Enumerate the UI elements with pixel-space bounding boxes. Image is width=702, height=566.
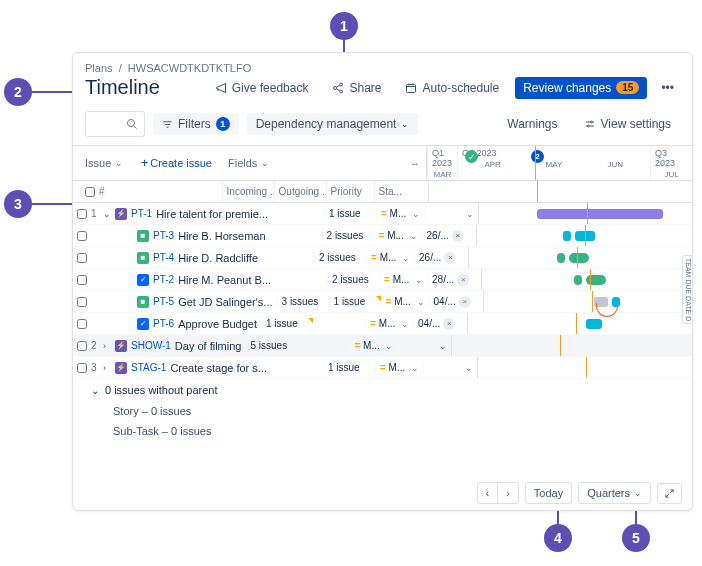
cell-incoming[interactable]: 3 issues (277, 296, 329, 307)
timeline-lane[interactable] (484, 291, 692, 312)
col-start[interactable]: Sta... (374, 181, 428, 202)
gantt-bar[interactable] (537, 209, 663, 219)
gantt-bar[interactable] (569, 253, 589, 263)
gantt-bar[interactable] (586, 275, 606, 285)
issue-key-link[interactable]: PT-4 (153, 252, 174, 263)
select-all-checkbox[interactable] (85, 187, 95, 197)
col-incoming[interactable]: Incoming ... (222, 181, 274, 202)
fields-header[interactable]: Fields (228, 157, 257, 169)
cell-start[interactable]: ⌄ (424, 209, 478, 219)
issue-key-link[interactable]: PT-1 (131, 208, 152, 219)
collapse-fields-icon[interactable]: ↔ (410, 158, 426, 169)
cell-start[interactable]: 04/...× (413, 318, 467, 330)
cell-start[interactable]: 26/...× (414, 252, 468, 264)
cell-start[interactable]: ⌄ (423, 363, 477, 373)
row-checkbox[interactable] (77, 341, 87, 351)
cell-start[interactable]: 04/...× (429, 296, 483, 308)
gantt-bar[interactable] (563, 231, 571, 241)
row-checkbox[interactable] (77, 231, 87, 241)
issue-row[interactable]: 2›⚡SHOW-1Day of filming5 issues= M...⌄⌄ (73, 335, 692, 357)
issue-row[interactable]: 3›⚡STAG-1Create stage for s...1 issue= M… (73, 357, 692, 379)
cell-start[interactable]: 28/...× (427, 274, 481, 286)
scale-selector[interactable]: Quarters ⌄ (578, 482, 651, 504)
issue-row[interactable]: ■PT-3Hire B. Horseman2 issues= M...⌄26/.… (73, 225, 692, 247)
cell-priority[interactable]: = M...⌄ (381, 296, 429, 307)
issues-without-parent-header[interactable]: ⌄ 0 issues without parent (73, 379, 692, 401)
cell-start[interactable]: 26/...× (422, 230, 476, 242)
row-checkbox[interactable] (77, 363, 87, 373)
auto-schedule-button[interactable]: Auto-schedule (397, 77, 507, 99)
nav-prev-button[interactable]: ‹ (478, 483, 499, 503)
more-actions-button[interactable]: ••• (655, 77, 680, 99)
timeline-lane[interactable] (479, 203, 692, 224)
row-checkbox[interactable] (77, 319, 87, 329)
issue-key-link[interactable]: SHOW-1 (131, 340, 171, 351)
timeline-lane[interactable] (477, 225, 692, 246)
gantt-bar[interactable] (574, 275, 582, 285)
release-marker-may[interactable]: 2 (531, 150, 544, 163)
cell-outgoing[interactable]: 1 issue (323, 362, 375, 373)
give-feedback-button[interactable]: Give feedback (207, 77, 317, 99)
col-outgoing[interactable]: Outgoing ... (274, 181, 326, 202)
row-checkbox[interactable] (77, 297, 87, 307)
expand-toggle[interactable]: › (103, 341, 115, 351)
create-issue-button[interactable]: +Create issue (141, 157, 220, 169)
issue-key-link[interactable]: PT-6 (153, 318, 174, 329)
breadcrumb-plans-link[interactable]: Plans (85, 62, 113, 74)
expand-toggle[interactable]: ⌄ (103, 209, 115, 219)
cell-priority[interactable]: = M...⌄ (374, 230, 422, 241)
dependency-management-button[interactable]: Dependency management ⌄ (247, 113, 419, 135)
cell-start[interactable]: ⌄ (397, 341, 451, 351)
view-settings-button[interactable]: View settings (575, 113, 680, 135)
row-checkbox[interactable] (77, 209, 87, 219)
timeline-lane[interactable] (482, 269, 692, 290)
cell-outgoing[interactable]: 2 issues (322, 230, 374, 241)
search-input[interactable] (85, 111, 145, 137)
cell-priority[interactable]: = M...⌄ (376, 208, 424, 219)
cell-priority[interactable]: = M...⌄ (366, 252, 414, 263)
nav-next-button[interactable]: › (498, 483, 518, 503)
gantt-bar[interactable] (586, 319, 602, 329)
gantt-bar[interactable] (557, 253, 565, 263)
share-button[interactable]: Share (324, 77, 389, 99)
cell-outgoing[interactable]: 1 issue (329, 296, 381, 307)
cell-priority[interactable]: = M...⌄ (375, 362, 423, 373)
clear-icon[interactable]: × (452, 230, 464, 242)
clear-icon[interactable]: × (444, 252, 456, 264)
cell-priority[interactable]: = M...⌄ (365, 318, 413, 329)
filters-button[interactable]: Filters 1 (153, 113, 239, 135)
timeline-lane[interactable] (468, 313, 692, 334)
col-priority[interactable]: Priority (326, 181, 374, 202)
issue-row[interactable]: ■PT-4Hire D. Radcliffe2 issues= M...⌄26/… (73, 247, 692, 269)
issue-key-link[interactable]: STAG-1 (131, 362, 166, 373)
cell-priority[interactable]: = M...⌄ (349, 340, 397, 351)
expand-toggle[interactable]: › (103, 363, 115, 373)
cell-priority[interactable]: = M...⌄ (379, 274, 427, 285)
issue-column-header[interactable]: Issue (85, 157, 111, 169)
review-changes-button[interactable]: Review changes 15 (515, 77, 647, 99)
cell-incoming[interactable]: 1 issue (261, 318, 313, 329)
today-button[interactable]: Today (525, 482, 572, 504)
fullscreen-button[interactable] (657, 483, 682, 504)
cell-outgoing[interactable]: 1 issue (324, 208, 376, 219)
timeline-lane[interactable] (478, 357, 692, 378)
issue-row[interactable]: ■PT-5Get JD Salinger's...3 issues1 issue… (73, 291, 692, 313)
cell-incoming[interactable]: 5 issues (245, 340, 297, 351)
timeline-lane[interactable] (469, 247, 692, 268)
issue-key-link[interactable]: PT-3 (153, 230, 174, 241)
row-checkbox[interactable] (77, 275, 87, 285)
due-date-fold-tab[interactable]: TEAM DUE DATE D (682, 255, 692, 324)
clear-icon[interactable]: × (443, 318, 455, 330)
issue-key-link[interactable]: PT-2 (153, 274, 174, 285)
issue-row[interactable]: 1⌄⚡PT-1Hire talent for premie...1 issue=… (73, 203, 692, 225)
cell-outgoing[interactable]: 2 issues (327, 274, 379, 285)
release-marker-apr[interactable]: ✓ (465, 150, 478, 163)
issue-key-link[interactable]: PT-5 (153, 296, 174, 307)
clear-icon[interactable]: × (457, 274, 469, 286)
row-checkbox[interactable] (77, 253, 87, 263)
clear-icon[interactable]: × (459, 296, 471, 308)
warnings-button[interactable]: Warnings (498, 113, 566, 135)
cell-outgoing[interactable]: 2 issues (314, 252, 366, 263)
issue-row[interactable]: ✓PT-2Hire M. Peanut B...2 issues= M...⌄2… (73, 269, 692, 291)
timeline-lane[interactable] (452, 335, 692, 356)
